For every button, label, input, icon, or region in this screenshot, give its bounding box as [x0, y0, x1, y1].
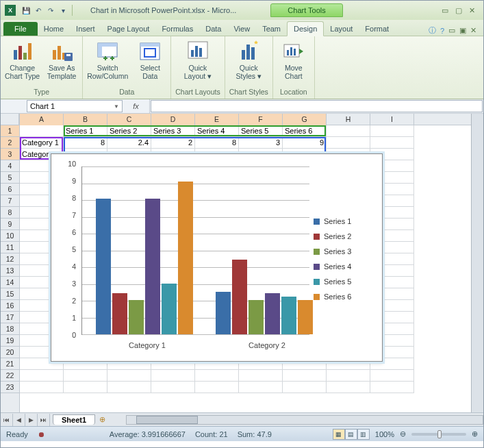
- window-close-icon[interactable]: ✕: [470, 26, 476, 35]
- tab-nav-first-icon[interactable]: ⏮: [1, 414, 13, 426]
- column-header[interactable]: D: [151, 114, 195, 125]
- chart-bar[interactable]: [96, 199, 111, 334]
- name-box[interactable]: Chart 1 ▼: [27, 100, 123, 112]
- cell[interactable]: [20, 125, 64, 137]
- tab-nav-prev-icon[interactable]: ◀: [13, 414, 25, 426]
- row-header[interactable]: 10: [1, 230, 19, 242]
- row-header[interactable]: 14: [1, 277, 19, 288]
- cell[interactable]: Series 2: [107, 125, 151, 137]
- chart-bar[interactable]: [232, 260, 247, 334]
- chart-bar[interactable]: [145, 199, 160, 334]
- window-minimize-icon[interactable]: ▭: [448, 26, 455, 35]
- column-header[interactable]: F: [239, 114, 283, 125]
- tab-page-layout[interactable]: Page Layout: [101, 22, 156, 36]
- cell[interactable]: [107, 382, 151, 393]
- cell[interactable]: [151, 370, 195, 382]
- minimize-button[interactable]: ▭: [442, 6, 448, 15]
- quick-layout-button[interactable]: Quick Layout ▾: [181, 40, 214, 80]
- minimize-ribbon-icon[interactable]: ⓘ: [429, 25, 436, 36]
- chart-bar[interactable]: [281, 297, 296, 334]
- help-icon[interactable]: ?: [440, 27, 444, 35]
- view-mode-buttons[interactable]: ▦ ▤ ▥: [333, 429, 370, 440]
- change-chart-type-button[interactable]: Change Chart Type: [5, 40, 40, 80]
- cell[interactable]: [370, 137, 414, 149]
- tab-format[interactable]: Format: [359, 22, 395, 36]
- zoom-in-icon[interactable]: ⊕: [472, 430, 478, 438]
- row-header[interactable]: 8: [1, 207, 19, 219]
- view-page-break-icon[interactable]: ▥: [357, 429, 370, 440]
- tab-nav-next-icon[interactable]: ▶: [25, 414, 38, 426]
- qat-dropdown-icon[interactable]: ▾: [58, 5, 68, 15]
- cell[interactable]: [283, 370, 327, 382]
- chart-bar[interactable]: [298, 300, 313, 334]
- cell[interactable]: Series 1: [64, 125, 107, 137]
- zoom-percent[interactable]: 100%: [375, 430, 394, 438]
- cell[interactable]: 2.4: [107, 137, 151, 149]
- cell[interactable]: Series 3: [151, 125, 195, 137]
- cell[interactable]: [370, 125, 414, 137]
- save-icon[interactable]: 💾: [21, 5, 31, 15]
- row-header[interactable]: 1: [1, 125, 19, 137]
- macro-record-icon[interactable]: ⏺: [38, 430, 45, 438]
- cell[interactable]: [64, 382, 107, 393]
- tab-view[interactable]: View: [227, 22, 256, 36]
- horizontal-scrollbar[interactable]: [126, 415, 483, 425]
- column-header[interactable]: B: [64, 114, 107, 125]
- chart-bar[interactable]: [249, 300, 264, 334]
- row-header[interactable]: 19: [1, 335, 19, 347]
- select-data-button[interactable]: Select Data: [133, 40, 166, 80]
- tab-layout[interactable]: Layout: [324, 22, 359, 36]
- cell[interactable]: [239, 370, 283, 382]
- row-header[interactable]: 9: [1, 219, 19, 230]
- zoom-out-icon[interactable]: ⊖: [400, 430, 406, 438]
- legend-item[interactable]: Series 4: [314, 262, 375, 271]
- cell[interactable]: Series 6: [283, 125, 327, 137]
- cell[interactable]: [20, 382, 64, 393]
- row-header[interactable]: 4: [1, 160, 19, 172]
- column-header[interactable]: I: [370, 114, 414, 125]
- row-header[interactable]: 20: [1, 347, 19, 358]
- legend-item[interactable]: Series 5: [314, 277, 375, 286]
- cell[interactable]: [283, 382, 327, 393]
- tab-insert[interactable]: Insert: [70, 22, 101, 36]
- maximize-button[interactable]: ▢: [455, 6, 462, 15]
- row-header[interactable]: 15: [1, 288, 19, 300]
- row-header[interactable]: 22: [1, 370, 19, 382]
- cell[interactable]: [327, 382, 370, 393]
- cell[interactable]: [64, 370, 107, 382]
- undo-icon[interactable]: ↶: [34, 5, 43, 15]
- chart-plot-area[interactable]: 012345678910 Category 1Category 2: [62, 164, 314, 354]
- cell[interactable]: [151, 382, 195, 393]
- cell[interactable]: [107, 370, 151, 382]
- vertical-scrollbar[interactable]: [471, 114, 483, 412]
- zoom-slider[interactable]: [411, 433, 466, 436]
- cell[interactable]: [327, 137, 370, 149]
- tab-design[interactable]: Design: [287, 21, 324, 36]
- embedded-chart[interactable]: 012345678910 Category 1Category 2 Series…: [51, 153, 383, 362]
- row-header[interactable]: 16: [1, 300, 19, 312]
- row-header[interactable]: 5: [1, 172, 19, 184]
- cell[interactable]: [195, 382, 239, 393]
- chart-bar[interactable]: [178, 182, 193, 334]
- chart-bar[interactable]: [162, 284, 177, 334]
- formula-input[interactable]: [151, 100, 483, 112]
- legend-item[interactable]: Series 3: [314, 247, 375, 256]
- cell[interactable]: [370, 382, 414, 393]
- view-page-layout-icon[interactable]: ▤: [345, 429, 357, 440]
- row-headers[interactable]: 1234567891011121314151617181920212223: [1, 114, 20, 412]
- column-header[interactable]: E: [195, 114, 239, 125]
- close-button[interactable]: ✕: [469, 6, 475, 15]
- column-header[interactable]: G: [283, 114, 327, 125]
- tab-nav-last-icon[interactable]: ⏭: [38, 414, 50, 426]
- column-header[interactable]: C: [107, 114, 151, 125]
- column-header[interactable]: A: [20, 114, 64, 125]
- quick-styles-button[interactable]: Quick Styles ▾: [232, 40, 265, 80]
- legend-item[interactable]: Series 2: [314, 232, 375, 240]
- new-sheet-icon[interactable]: ⊕: [99, 415, 105, 424]
- cell[interactable]: 8: [195, 137, 239, 149]
- cell[interactable]: [20, 370, 64, 382]
- cell[interactable]: Category 1: [20, 137, 64, 149]
- row-header[interactable]: 6: [1, 184, 19, 195]
- redo-icon[interactable]: ↷: [46, 5, 55, 15]
- row-header[interactable]: 23: [1, 382, 19, 393]
